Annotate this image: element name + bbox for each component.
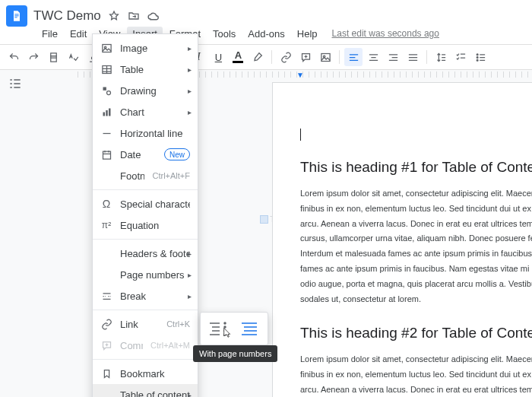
menu-item-image[interactable]: Image▸ bbox=[93, 37, 198, 59]
svg-rect-1 bbox=[14, 15, 18, 16]
checklist-button[interactable] bbox=[451, 48, 470, 66]
image-icon bbox=[100, 42, 112, 54]
menu-item-link[interactable]: Link Ctrl+K bbox=[93, 313, 198, 335]
menu-item-equation[interactable]: π² Equation bbox=[93, 214, 198, 236]
menu-item-headers-footers[interactable]: Headers & footers▸ bbox=[93, 243, 198, 264]
svg-rect-17 bbox=[103, 151, 110, 159]
document-title[interactable]: TWC Demo bbox=[33, 8, 101, 24]
mouse-cursor-icon bbox=[220, 327, 233, 342]
last-edit-link[interactable]: Last edit was seconds ago bbox=[332, 28, 439, 39]
svg-point-6 bbox=[477, 53, 478, 55]
menu-item-horizontal-line[interactable]: Horizontal line bbox=[93, 122, 198, 144]
menu-item-comment[interactable]: Comment Ctrl+Alt+M bbox=[93, 335, 198, 356]
print-button[interactable] bbox=[44, 48, 62, 66]
add-comment-button[interactable] bbox=[296, 48, 315, 66]
table-icon bbox=[100, 63, 112, 75]
svg-point-13 bbox=[106, 91, 110, 94]
svg-rect-0 bbox=[14, 14, 18, 14]
svg-point-19 bbox=[224, 322, 226, 324]
paragraph-1[interactable]: Lorem ipsum dolor sit amet, consectetur … bbox=[300, 186, 532, 306]
insert-menu-dropdown: Image▸ Table▸ Drawing▸ Chart▸ Horizontal… bbox=[92, 33, 198, 397]
align-right-button[interactable] bbox=[384, 48, 402, 66]
toolbar: − 11 + B I U A bbox=[0, 44, 532, 70]
svg-point-8 bbox=[477, 59, 478, 61]
text-cursor bbox=[300, 129, 532, 141]
line-spacing-button[interactable] bbox=[432, 48, 450, 66]
star-icon[interactable] bbox=[107, 9, 121, 23]
new-badge: New bbox=[164, 148, 190, 160]
svg-rect-9 bbox=[102, 44, 110, 52]
menu-tools[interactable]: Tools bbox=[207, 27, 241, 41]
paragraph-2[interactable]: Lorem ipsum dolor sit amet, consectetur … bbox=[300, 352, 532, 397]
drawing-icon bbox=[100, 84, 112, 97]
menu-help[interactable]: Help bbox=[292, 27, 323, 41]
bulleted-list-button[interactable] bbox=[471, 48, 489, 66]
menu-item-drawing[interactable]: Drawing▸ bbox=[93, 80, 198, 101]
pi-icon: π² bbox=[100, 219, 112, 231]
cloud-status-icon[interactable] bbox=[147, 9, 160, 23]
toc-submenu bbox=[200, 312, 268, 345]
align-center-button[interactable] bbox=[364, 48, 382, 66]
menu-file[interactable]: File bbox=[36, 27, 63, 41]
text-color-button[interactable]: A bbox=[229, 48, 247, 66]
redo-button[interactable] bbox=[24, 48, 43, 66]
align-left-button[interactable] bbox=[344, 48, 363, 66]
heading-1b[interactable]: This is heading #2 for Table of Contents bbox=[300, 325, 532, 341]
undo-button[interactable] bbox=[5, 48, 23, 66]
heading-1a[interactable]: This is heading #1 for Table of Contents bbox=[300, 159, 532, 176]
horizontal-line-icon bbox=[100, 127, 112, 139]
menu-item-table-of-contents[interactable]: Table of contents▸ bbox=[93, 384, 198, 397]
menu-item-bookmark[interactable]: Bookmark bbox=[93, 363, 198, 384]
menu-addons[interactable]: Add-ons bbox=[242, 27, 290, 41]
menu-item-date[interactable]: Date New bbox=[93, 144, 198, 165]
menu-edit[interactable]: Edit bbox=[65, 27, 92, 41]
document-outline-icon[interactable] bbox=[8, 76, 24, 93]
bookmark-icon bbox=[100, 367, 112, 380]
svg-rect-2 bbox=[14, 17, 17, 17]
menu-item-table[interactable]: Table▸ bbox=[93, 59, 198, 80]
chart-icon bbox=[100, 106, 112, 118]
svg-rect-16 bbox=[109, 108, 111, 116]
spellcheck-button[interactable] bbox=[64, 48, 82, 66]
svg-rect-15 bbox=[106, 110, 108, 116]
svg-rect-4 bbox=[321, 53, 330, 61]
ruler-indent-marker[interactable]: ▼ bbox=[296, 71, 304, 79]
insert-image-button[interactable] bbox=[316, 48, 334, 66]
svg-rect-3 bbox=[50, 58, 56, 62]
docs-logo-icon[interactable] bbox=[6, 5, 27, 27]
svg-rect-14 bbox=[103, 112, 105, 116]
date-icon bbox=[100, 148, 112, 160]
menu-item-footnote[interactable]: Footnote Ctrl+Alt+F bbox=[93, 165, 198, 186]
comment-icon bbox=[100, 339, 112, 351]
svg-rect-12 bbox=[103, 87, 106, 90]
underline-button[interactable]: U bbox=[209, 48, 227, 66]
insert-link-button[interactable] bbox=[277, 48, 295, 66]
toc-with-blue-links[interactable] bbox=[237, 317, 263, 340]
highlight-color-button[interactable] bbox=[249, 48, 267, 66]
svg-point-7 bbox=[477, 56, 478, 58]
link-icon bbox=[100, 318, 112, 330]
break-icon bbox=[100, 290, 112, 302]
tooltip: With page numbers bbox=[193, 345, 277, 362]
document-page[interactable]: This is heading #1 for Table of Contents… bbox=[272, 82, 532, 397]
menu-item-chart[interactable]: Chart▸ bbox=[93, 101, 198, 122]
omega-icon: Ω bbox=[100, 198, 112, 210]
menu-item-special-characters[interactable]: Ω Special characters bbox=[93, 193, 198, 214]
menubar: File Edit View Insert Format Tools Add-o… bbox=[0, 27, 532, 44]
menu-item-page-numbers[interactable]: Page numbers▸ bbox=[93, 264, 198, 285]
menu-item-break[interactable]: Break▸ bbox=[93, 285, 198, 306]
move-folder-icon[interactable] bbox=[127, 9, 141, 23]
align-justify-button[interactable] bbox=[404, 48, 422, 66]
